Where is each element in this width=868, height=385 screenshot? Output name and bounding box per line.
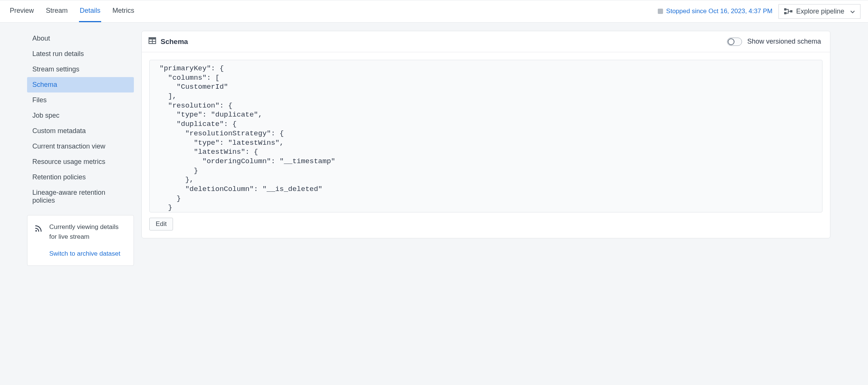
sidebar-item-retention-policies[interactable]: Retention policies [27,170,134,185]
schema-panel: Schema Show versioned schema "primaryKey… [141,31,830,238]
tab-metrics[interactable]: Metrics [112,0,135,22]
schema-code[interactable]: "primaryKey": { "columns": [ "CustomerId… [149,60,822,212]
table-icon [149,37,156,46]
sidebar-item-lineage-aware-retention-policies[interactable]: Lineage-aware retention policies [27,185,134,208]
switch-archive-link[interactable]: Switch to archive dataset [49,249,120,259]
panel-header: Schema Show versioned schema [142,31,830,52]
chevron-down-icon [850,8,855,15]
live-card-line1: Currently viewing details [49,222,120,232]
edit-button[interactable]: Edit [149,218,173,230]
tab-details[interactable]: Details [79,0,101,22]
sidebar-item-files[interactable]: Files [27,92,134,108]
panel-title: Schema [161,38,188,46]
sidebar: AboutLatest run detailsStream settingsSc… [0,31,134,266]
svg-rect-5 [149,39,152,41]
stop-icon [658,9,663,14]
status-text: Stopped since Oct 16, 2023, 4:37 PM [666,8,772,15]
topbar-right: Stopped since Oct 16, 2023, 4:37 PM Expl… [658,4,860,19]
toggle-knob [728,38,734,45]
sidebar-item-schema[interactable]: Schema [27,77,134,92]
sidebar-item-resource-usage-metrics[interactable]: Resource usage metrics [27,154,134,170]
sidebar-item-stream-settings[interactable]: Stream settings [27,62,134,77]
svg-rect-8 [153,42,155,43]
live-stream-card: Currently viewing details for live strea… [27,215,134,266]
sidebar-item-current-transaction-view[interactable]: Current transaction view [27,139,134,154]
svg-rect-2 [790,10,792,12]
toggle-label: Show versioned schema [747,38,821,45]
stream-icon [34,224,42,235]
sidebar-item-job-spec[interactable]: Job spec [27,108,134,123]
tab-stream[interactable]: Stream [45,0,68,22]
explore-pipeline-button[interactable]: Explore pipeline [778,4,860,19]
sidebar-item-about[interactable]: About [27,31,134,46]
tab-preview[interactable]: Preview [9,0,35,22]
svg-rect-6 [153,39,155,41]
tab-bar: Preview Stream Details Metrics [9,0,135,22]
live-card-line2: for live stream [49,232,120,242]
pipeline-status[interactable]: Stopped since Oct 16, 2023, 4:37 PM [658,8,772,15]
svg-rect-7 [149,42,152,43]
svg-rect-1 [784,12,786,14]
explore-pipeline-label: Explore pipeline [796,8,844,15]
versioned-schema-toggle[interactable] [727,38,742,46]
main-layout: AboutLatest run detailsStream settingsSc… [0,23,868,274]
sidebar-item-custom-metadata[interactable]: Custom metadata [27,123,134,139]
svg-rect-0 [784,8,786,11]
panel-body: "primaryKey": { "columns": [ "CustomerId… [142,52,830,238]
sidebar-item-latest-run-details[interactable]: Latest run details [27,46,134,62]
svg-point-3 [35,230,37,232]
top-bar: Preview Stream Details Metrics Stopped s… [0,0,868,23]
pipeline-icon [784,8,792,15]
